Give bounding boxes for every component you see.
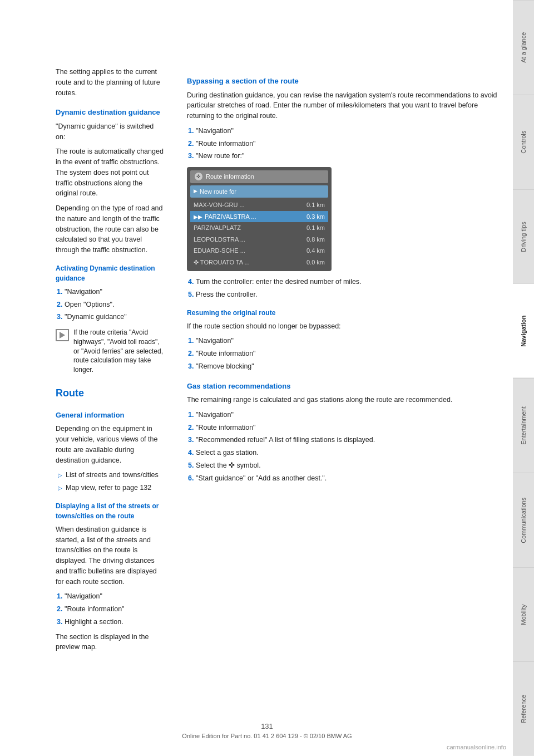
intro-text: The setting applies to the current route… — [56, 67, 165, 98]
bullet-item-1: List of streets and towns/cities — [58, 470, 165, 480]
dynamic-desc1: "Dynamic guidance" is switched on: — [56, 121, 165, 143]
resume-step-3: "Remove blocking" — [196, 361, 502, 372]
tab-communications[interactable]: Communications — [513, 473, 534, 567]
resuming-heading: Resuming the original route — [187, 308, 502, 318]
dynamic-desc3: Depending on the type of road and the na… — [56, 203, 165, 256]
tab-navigation[interactable]: Navigation — [513, 283, 534, 378]
after-step-5: Press the controller. — [196, 289, 502, 300]
route-row: MAX-VON-GRU ...0.1 km — [190, 199, 328, 211]
general-info-heading: General information — [56, 410, 165, 421]
disp-step-1: "Navigation" — [65, 591, 165, 602]
gas-step-2: "Route information" — [196, 423, 502, 433]
step-1: "Navigation" — [65, 287, 165, 297]
steps-displaying-list: "Navigation" "Route information" Highlig… — [65, 591, 165, 627]
note-text: If the route criteria "Avoid highways", … — [73, 328, 165, 375]
gas-step-3: "Recommended refuel" A list of filling s… — [196, 435, 502, 445]
tab-reference[interactable]: Reference — [513, 661, 534, 756]
dynamic-desc2: The route is automatically changed in th… — [56, 146, 165, 199]
tab-at-a-glance[interactable]: At a glance — [513, 0, 534, 95]
route-info-image: ✜ Route information ▶ New route for MAX-… — [187, 167, 332, 271]
gas-step-5: Select the ✜ symbol. — [196, 460, 502, 471]
tab-controls[interactable]: Controls — [513, 95, 534, 189]
displaying-heading: Displaying a list of the streets or town… — [56, 501, 165, 521]
route-row: EDUARD-SCHE ...0.4 km — [190, 245, 328, 257]
page-footer: 131 Online Edition for Part no. 01 41 2 … — [72, 722, 462, 739]
activating-heading: Activating Dynamic destination guidance — [56, 263, 165, 283]
bypass-step-3: "New route for:" — [196, 151, 502, 161]
displaying-text: When destination guidance is started, a … — [56, 524, 165, 587]
page-number: 131 — [72, 722, 462, 730]
route-rows: MAX-VON-GRU ...0.1 km▶▶PARZIVALSTRA ...0… — [190, 199, 328, 268]
resume-step-2: "Route information" — [196, 348, 502, 359]
route-row: PARZIVALPLATZ0.1 km — [190, 222, 328, 234]
disp-step-3: Highlight a section. — [65, 617, 165, 627]
bullet-item-2: Map view, refer to page 132 — [58, 483, 165, 493]
bypassing-text: During destination guidance, you can rev… — [187, 90, 502, 121]
steps-after-image-list: Turn the controller: enter the desired n… — [196, 277, 502, 300]
right-column: Bypassing a section of the route During … — [176, 67, 513, 723]
step-3: "Dynamic guidance" — [65, 312, 165, 322]
note-box: If the route criteria "Avoid highways", … — [56, 328, 165, 375]
route-heading: Route — [56, 386, 165, 401]
tab-mobility[interactable]: Mobility — [513, 567, 534, 662]
steps-gas-list: "Navigation" "Route information" "Recomm… — [196, 410, 502, 484]
left-column: The setting applies to the current route… — [0, 67, 176, 723]
tab-entertainment[interactable]: Entertainment — [513, 378, 534, 473]
step-2: Open "Options". — [65, 300, 165, 310]
resuming-text: If the route section should no longer be… — [187, 321, 502, 332]
disp-step-2: "Route information" — [65, 604, 165, 615]
bypassing-heading: Bypassing a section of the route — [187, 76, 502, 87]
gas-step-6: "Start guidance" or "Add as another dest… — [196, 473, 502, 484]
route-row: LEOPOLDSTRA ...0.8 km — [190, 234, 328, 246]
watermark: carmanualsonline.info — [447, 744, 506, 750]
gas-heading: Gas station recommendations — [187, 381, 502, 392]
gas-step-4: Select a gas station. — [196, 448, 502, 458]
route-row: ▶▶PARZIVALSTRA ...0.3 km — [190, 211, 328, 223]
steps-activating-list: "Navigation" Open "Options". "Dynamic gu… — [65, 287, 165, 322]
arrow-icon — [60, 332, 65, 338]
right-tabs: At a glance Controls Driving tips Naviga… — [513, 0, 534, 756]
bullet-list: List of streets and towns/cities Map vie… — [58, 470, 165, 493]
resume-step-1: "Navigation" — [196, 336, 502, 346]
steps-bypassing-list: "Navigation" "Route information" "New ro… — [196, 126, 502, 161]
general-info-text: Depending on the equipment in your vehic… — [56, 424, 165, 465]
route-row: ✜ TOROUATO TA ...0.0 km — [190, 257, 328, 268]
note-icon — [56, 329, 69, 341]
gas-step-1: "Navigation" — [196, 410, 502, 420]
route-icon-circle: ✜ — [195, 173, 202, 180]
footer-text: Online Edition for Part no. 01 41 2 604 … — [72, 733, 462, 739]
tab-driving-tips[interactable]: Driving tips — [513, 189, 534, 284]
steps-resuming-list: "Navigation" "Route information" "Remove… — [196, 336, 502, 371]
route-info-title-bar: ✜ Route information — [190, 170, 328, 183]
bypass-step-1: "Navigation" — [196, 126, 502, 136]
gas-text: The remaining range is calculated and ga… — [187, 395, 502, 405]
after-step-4: Turn the controller: enter the desired n… — [196, 277, 502, 287]
dynamic-heading: Dynamic destination guidance — [56, 107, 165, 118]
section-displayed: The section is displayed in the preview … — [56, 632, 165, 653]
bypass-step-2: "Route information" — [196, 139, 502, 149]
